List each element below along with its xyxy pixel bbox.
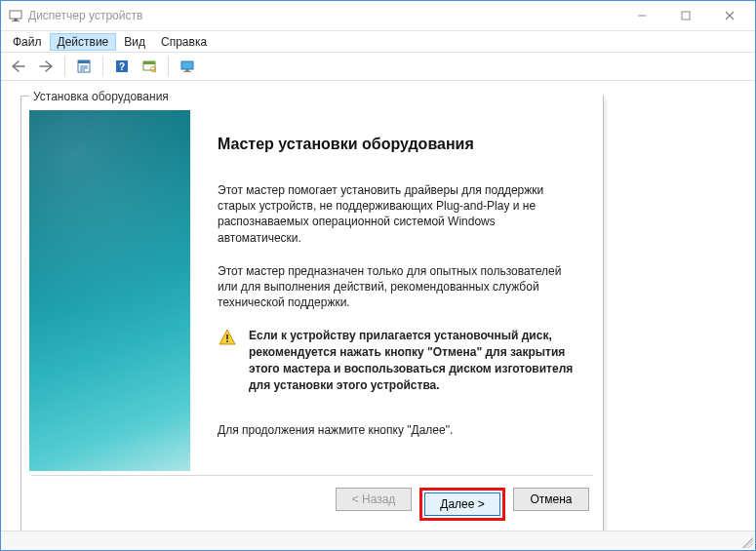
warning-icon [218,328,237,393]
wizard-banner-image [29,110,190,471]
toolbar-separator [64,57,65,76]
window-controls [619,2,751,29]
menu-file[interactable]: Файл [5,33,50,51]
svg-rect-18 [181,61,193,69]
svg-text:?: ? [119,61,125,72]
menu-help[interactable]: Справка [153,33,215,51]
titlebar: Диспетчер устройств [1,1,755,30]
wizard-body: Мастер установки оборудования Этот масте… [21,110,603,471]
svg-line-17 [155,71,157,73]
close-button[interactable] [707,2,751,29]
wizard-heading: Мастер установки оборудования [218,136,581,153]
svg-rect-2 [12,20,20,21]
toolbar-separator [102,57,103,76]
wizard-warning: Если к устройству прилагается установочн… [218,328,581,393]
help-icon[interactable]: ? [110,55,134,78]
device-manager-window: Диспетчер устройств Файл Действие Вид Сп… [0,0,756,551]
next-button-highlight: Далее > [419,488,505,521]
wizard-text-area: Мастер установки оборудования Этот масте… [190,110,603,471]
toolbar-separator [168,57,169,76]
forward-arrow-icon[interactable] [34,55,58,78]
wizard-continue-text: Для продолжения нажмите кнопку "Далее". [218,423,581,437]
svg-rect-4 [682,12,690,20]
wizard-paragraph-1: Этот мастер помогает установить драйверы… [218,182,581,246]
content-area: Установка оборудования Мастер установки … [1,81,755,531]
wizard-paragraph-2: Этот мастер предназначен только для опыт… [218,263,581,311]
next-button[interactable]: Далее > [424,492,500,516]
minimize-button[interactable] [619,2,663,29]
svg-rect-22 [226,341,228,343]
menu-action[interactable]: Действие [50,33,117,51]
statusbar [1,531,755,550]
svg-rect-8 [78,60,90,63]
svg-rect-20 [183,71,191,72]
wizard-button-row: < Назад Далее > Отмена [21,476,603,534]
svg-rect-19 [185,69,189,71]
back-arrow-icon[interactable] [7,55,30,78]
app-icon [9,9,22,22]
wizard-warning-text: Если к устройству прилагается установочн… [249,328,581,393]
toolbar: ? [1,52,755,81]
resize-grip-icon[interactable] [739,534,753,548]
svg-rect-21 [226,335,228,339]
window-title: Диспетчер устройств [28,9,619,22]
cancel-button[interactable]: Отмена [513,488,589,511]
properties-icon[interactable] [72,55,96,78]
svg-rect-15 [143,61,155,64]
svg-rect-0 [10,11,21,19]
menubar: Файл Действие Вид Справка [1,30,755,52]
back-button: < Назад [336,488,412,511]
monitor-icon[interactable] [176,55,199,78]
wizard-frame-title: Установка оборудования [29,90,603,103]
scan-hardware-icon[interactable] [138,55,161,78]
menu-view[interactable]: Вид [116,33,153,51]
hardware-wizard-dialog: Установка оборудования Мастер установки … [20,96,604,535]
svg-rect-1 [14,19,18,20]
maximize-button[interactable] [663,2,707,29]
